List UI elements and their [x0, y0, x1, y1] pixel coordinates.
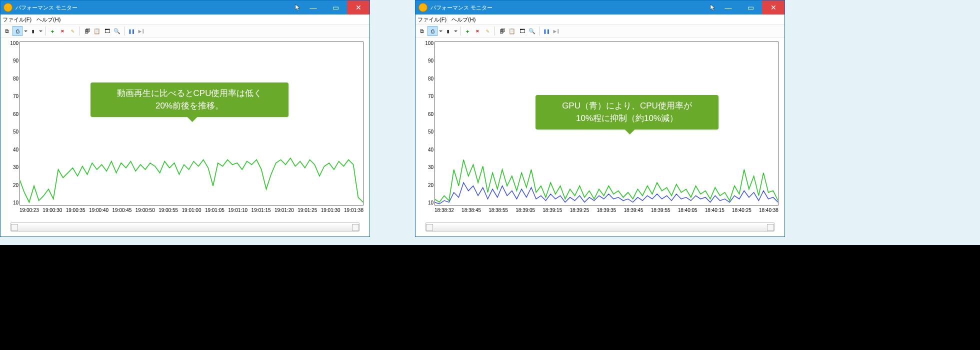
app-icon — [4, 3, 12, 12]
step-icon[interactable]: ▶❙ — [552, 26, 561, 36]
highlight-icon[interactable]: ✎ — [483, 26, 492, 36]
delete-counter-icon[interactable]: ✖ — [58, 26, 67, 36]
pause-icon[interactable]: ❚❚ — [127, 26, 136, 36]
toolbar: ⧉ ⎙ ▮ ✚ ✖ ✎ 🗐 📋 🗔 🔍 ❚❚ ▶❙ — [416, 25, 784, 38]
separator — [124, 26, 124, 36]
horizontal-scrollbar[interactable] — [426, 222, 774, 232]
paste-icon[interactable]: 📋 — [92, 26, 102, 36]
paste-icon[interactable]: 📋 — [508, 26, 516, 36]
chart-area: 100908070605040302010 18:38:3218:38:4518… — [416, 38, 784, 236]
app-icon — [418, 3, 428, 12]
menu-help[interactable]: ヘルプ(H) — [36, 16, 60, 24]
annotation-callout: 動画再生に比べるとCPU使用率は低く20%前後を推移。 — [90, 82, 288, 117]
menubar: ファイル(F) ヘルプ(H) — [0, 14, 370, 25]
highlight-icon[interactable]: ✎ — [68, 26, 77, 36]
annotation-callout: GPU（青）により、CPU使用率が10%程に抑制（約10%減） — [536, 95, 718, 130]
chart-area: 100908070605040302010 19:00:2319:00:3019… — [0, 38, 370, 236]
y-axis: 100908070605040302010 — [420, 40, 434, 206]
series-cpu — [20, 158, 363, 202]
cursor-icon — [295, 4, 302, 11]
y-axis: 100908070605040302010 — [6, 40, 18, 206]
pause-icon[interactable]: ❚❚ — [542, 26, 551, 36]
perfmon-window-right: パフォーマンス モニター — ▭ ✕ ファイル(F) ヘルプ(H) ⧉ ⎙ ▮ … — [415, 0, 785, 237]
menubar: ファイル(F) ヘルプ(H) — [416, 14, 784, 25]
horizontal-scrollbar[interactable] — [10, 222, 360, 232]
copy-icon[interactable]: 🗐 — [82, 26, 92, 36]
titlebar[interactable]: パフォーマンス モニター — ▭ ✕ — [416, 0, 784, 14]
menu-file[interactable]: ファイル(F) — [2, 16, 32, 24]
maximize-button[interactable]: ▭ — [740, 0, 762, 14]
close-button[interactable]: ✕ — [347, 0, 370, 14]
separator — [45, 26, 46, 36]
copy-icon[interactable]: 🗐 — [498, 26, 506, 36]
counter-group-icon[interactable]: ⧉ — [418, 26, 426, 36]
separator — [80, 26, 80, 36]
step-icon[interactable]: ▶❙ — [137, 26, 146, 36]
x-axis: 19:00:2319:00:3019:00:3519:00:4019:00:45… — [20, 208, 364, 216]
add-counter-icon[interactable]: ✚ — [48, 26, 57, 36]
counter-group-icon[interactable]: ⧉ — [2, 26, 12, 36]
properties-icon[interactable]: ▮ — [28, 26, 38, 36]
close-button[interactable]: ✕ — [762, 0, 784, 14]
series-gpu — [434, 182, 778, 204]
add-counter-icon[interactable]: ✚ — [463, 26, 472, 36]
maximize-button[interactable]: ▭ — [324, 0, 347, 14]
properties-icon[interactable]: ▮ — [444, 26, 452, 36]
view-type-icon[interactable]: ⎙ — [12, 26, 22, 36]
options-icon[interactable]: 🗔 — [102, 26, 112, 36]
chevron-down-icon[interactable] — [454, 30, 458, 33]
background-black-band — [0, 245, 980, 350]
separator — [460, 26, 460, 36]
menu-file[interactable]: ファイル(F) — [418, 16, 446, 24]
zoom-icon[interactable]: 🔍 — [112, 26, 122, 36]
minimize-button[interactable]: — — [302, 0, 324, 14]
options-icon[interactable]: 🗔 — [518, 26, 526, 36]
chevron-down-icon[interactable] — [439, 30, 442, 33]
perfmon-window-left: パフォーマンス モニター — ▭ ✕ ファイル(F) ヘルプ(H) ⧉ ⎙ ▮ … — [0, 0, 370, 237]
titlebar[interactable]: パフォーマンス モニター — ▭ ✕ — [0, 0, 370, 14]
menu-help[interactable]: ヘルプ(H) — [452, 16, 476, 24]
window-title: パフォーマンス モニター — [430, 4, 710, 12]
window-title: パフォーマンス モニター — [16, 4, 295, 12]
view-type-icon[interactable]: ⎙ — [428, 26, 438, 36]
zoom-icon[interactable]: 🔍 — [528, 26, 536, 36]
separator — [539, 26, 540, 36]
toolbar: ⧉ ⎙ ▮ ✚ ✖ ✎ 🗐 📋 🗔 🔍 ❚❚ ▶❙ — [0, 25, 370, 38]
minimize-button[interactable]: — — [717, 0, 740, 14]
cursor-icon — [710, 4, 717, 11]
x-axis: 18:38:3218:38:4518:38:5518:39:0518:39:15… — [434, 208, 778, 216]
chevron-down-icon[interactable] — [24, 30, 28, 33]
chevron-down-icon[interactable] — [39, 30, 42, 33]
separator — [494, 26, 495, 36]
delete-counter-icon[interactable]: ✖ — [473, 26, 482, 36]
